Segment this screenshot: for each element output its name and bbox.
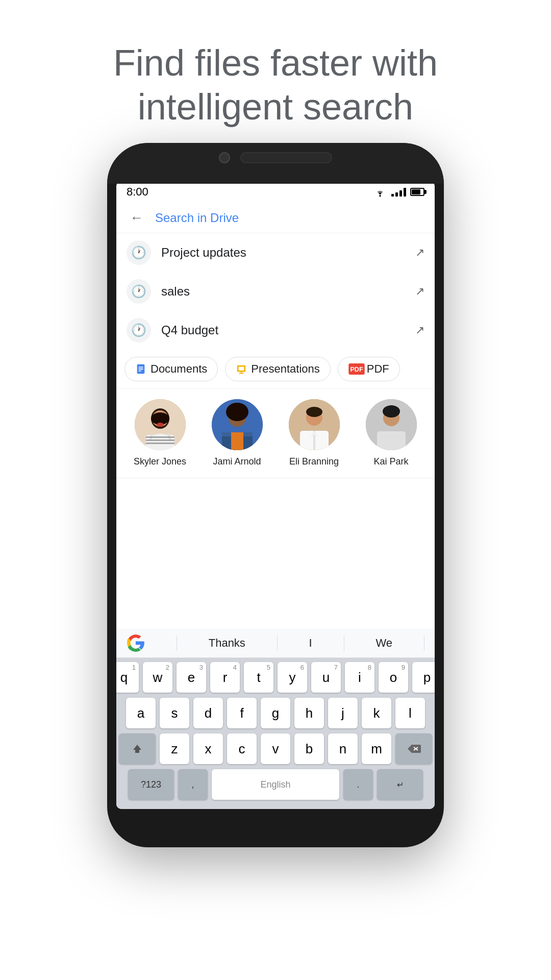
key-q[interactable]: 1q <box>116 662 139 693</box>
suggestion-text-1: Project updates <box>161 246 415 260</box>
back-button[interactable]: ← <box>127 208 147 228</box>
key-t[interactable]: 5t <box>244 662 273 693</box>
docs-icon <box>135 363 146 375</box>
key-v[interactable]: v <box>261 733 290 764</box>
person-name-kai: Kai Park <box>373 456 408 468</box>
person-name-eli: Eli Branning <box>289 456 339 468</box>
key-m[interactable]: m <box>362 733 391 764</box>
keyboard-suggestions: Thanks I We <box>116 629 435 658</box>
key-shift[interactable] <box>119 733 156 764</box>
pdf-icon: PDF <box>348 363 363 375</box>
chip-pdf[interactable]: PDF PDF <box>338 357 400 381</box>
key-u[interactable]: 7u <box>311 662 341 693</box>
avatar-jami-arnold <box>212 399 263 450</box>
person-kai-park[interactable]: Kai Park <box>358 399 424 468</box>
key-symbols[interactable]: ?123 <box>128 769 174 800</box>
suggestion-item-q4-budget[interactable]: 🕐 Q4 budget ↗ <box>116 311 435 350</box>
svg-text:PDF: PDF <box>350 366 363 373</box>
filter-chips: Documents Presentations P <box>116 350 435 389</box>
key-g[interactable]: g <box>261 698 290 728</box>
suggestion-item-project-updates[interactable]: 🕐 Project updates ↗ <box>116 233 435 272</box>
headline-line2: intelligent search <box>31 85 520 129</box>
svg-rect-21 <box>146 443 174 444</box>
key-y[interactable]: 6y <box>278 662 307 693</box>
headline: Find files faster with intelligent searc… <box>0 0 551 129</box>
svg-point-0 <box>379 195 381 197</box>
kb-divider-3 <box>344 635 344 651</box>
status-time: 8:00 <box>127 185 148 199</box>
chip-documents[interactable]: Documents <box>124 357 218 381</box>
keyboard: Thanks I We 1q 2w 3e 4r 5t 6y 7u 8i <box>116 629 435 809</box>
svg-rect-7 <box>239 373 244 374</box>
battery-icon <box>410 188 424 196</box>
avatar-eli-branning <box>289 399 340 450</box>
key-d[interactable]: d <box>193 698 223 728</box>
key-delete[interactable] <box>395 733 432 764</box>
key-z[interactable]: z <box>160 733 189 764</box>
clock-icon-2: 🕐 <box>131 284 146 299</box>
svg-point-25 <box>226 403 248 421</box>
avatar-kai-park <box>366 399 417 450</box>
chip-presentations[interactable]: Presentations <box>225 357 331 381</box>
history-icon-3: 🕐 <box>127 318 151 342</box>
kb-suggestion-thanks[interactable]: Thanks <box>209 636 245 650</box>
svg-rect-19 <box>146 436 174 438</box>
person-skyler-jones[interactable]: Skyler Jones <box>127 399 193 468</box>
svg-marker-42 <box>133 745 141 753</box>
key-p[interactable]: 0p <box>412 662 435 693</box>
key-space[interactable]: English <box>212 769 339 800</box>
kb-suggestion-we[interactable]: We <box>375 636 392 650</box>
key-j[interactable]: j <box>328 698 358 728</box>
people-section: Skyler Jones <box>116 389 435 478</box>
key-h[interactable]: h <box>294 698 324 728</box>
key-e[interactable]: 3e <box>177 662 206 693</box>
key-k[interactable]: k <box>362 698 391 728</box>
suggestion-item-sales[interactable]: 🕐 sales ↗ <box>116 272 435 311</box>
key-f[interactable]: f <box>227 698 257 728</box>
svg-rect-3 <box>138 369 143 370</box>
key-s[interactable]: s <box>160 698 189 728</box>
kb-row-4: ?123 , English . ↵ <box>118 769 433 800</box>
svg-rect-29 <box>231 432 243 450</box>
kb-row-2: a s d f g h j k l <box>118 698 433 728</box>
key-b[interactable]: b <box>294 733 324 764</box>
svg-rect-20 <box>146 439 174 441</box>
fill-arrow-icon-2: ↗ <box>415 285 424 298</box>
key-return[interactable]: ↵ <box>377 769 423 800</box>
key-o[interactable]: 9o <box>379 662 408 693</box>
back-arrow-icon: ← <box>130 210 143 226</box>
person-jami-arnold[interactable]: Jami Arnold <box>204 399 270 468</box>
phone-frame: 8:00 <box>107 143 444 847</box>
key-r[interactable]: 4r <box>210 662 240 693</box>
kb-row-3: z x c v b n m <box>118 733 433 764</box>
key-a[interactable]: a <box>126 698 156 728</box>
key-n[interactable]: n <box>328 733 358 764</box>
clock-icon: 🕐 <box>131 246 146 260</box>
person-eli-branning[interactable]: Eli Branning <box>281 399 347 468</box>
speaker-grille <box>240 152 332 163</box>
key-c[interactable]: c <box>227 733 257 764</box>
camera-dot <box>219 152 230 163</box>
avatar-skyler-jones <box>135 399 186 450</box>
clock-icon-3: 🕐 <box>131 323 146 337</box>
fill-arrow-icon-3: ↗ <box>415 324 424 337</box>
phone-screen: 8:00 <box>116 181 435 809</box>
svg-point-22 <box>157 423 164 427</box>
key-i[interactable]: 8i <box>345 662 374 693</box>
headline-line1: Find files faster with <box>31 41 520 85</box>
kb-divider-4 <box>424 635 424 651</box>
kb-suggestion-i[interactable]: I <box>309 636 312 650</box>
person-name-skyler: Skyler Jones <box>134 456 186 468</box>
key-w[interactable]: 2w <box>143 662 172 693</box>
signal-icon <box>391 187 406 197</box>
key-comma[interactable]: , <box>178 769 208 800</box>
search-input-area[interactable]: Search in Drive <box>147 211 424 225</box>
kb-row-1: 1q 2w 3e 4r 5t 6y 7u 8i 9o 0p <box>118 662 433 693</box>
keyboard-rows: 1q 2w 3e 4r 5t 6y 7u 8i 9o 0p a s d f <box>116 658 435 809</box>
svg-rect-4 <box>138 371 141 372</box>
search-bar[interactable]: ← Search in Drive <box>116 203 435 233</box>
key-period[interactable]: . <box>343 769 373 800</box>
key-x[interactable]: x <box>193 733 223 764</box>
key-l[interactable]: l <box>395 698 425 728</box>
phone-top-bar <box>219 152 332 163</box>
